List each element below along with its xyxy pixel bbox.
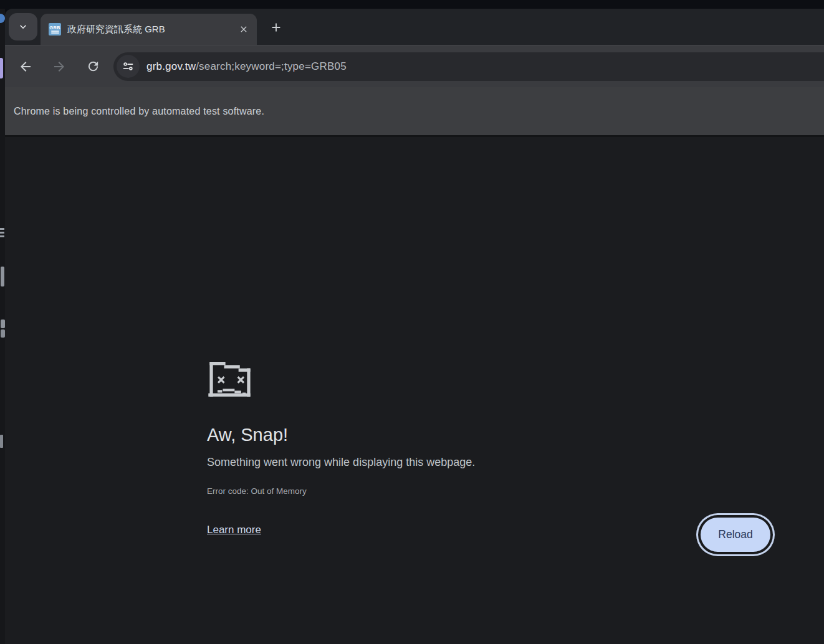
- learn-more-link[interactable]: Learn more: [207, 524, 261, 536]
- new-tab-button[interactable]: [266, 17, 287, 38]
- left-edge-artifact: [0, 228, 4, 239]
- close-icon: [239, 24, 249, 34]
- reload-icon: [86, 59, 100, 73]
- tune-icon: [122, 60, 135, 73]
- back-button[interactable]: [15, 56, 36, 77]
- tab-grb[interactable]: GRB 政府研究資訊系統 GRB: [41, 14, 257, 45]
- navigation-toolbar: grb.gov.tw/search;keyword=;type=GRB05: [5, 45, 824, 87]
- infobar-message: Chrome is being controlled by automated …: [14, 106, 264, 117]
- reload-button[interactable]: Reload: [701, 518, 770, 552]
- favicon-label: GRB: [49, 26, 60, 30]
- site-settings-button[interactable]: [117, 55, 140, 78]
- reload-nav-button[interactable]: [82, 56, 103, 77]
- page-content: Aw, Snap! Something went wrong while dis…: [5, 137, 824, 644]
- sad-folder-icon: [207, 362, 606, 400]
- tab-close-button[interactable]: [237, 22, 251, 36]
- tab-search-button[interactable]: [9, 13, 37, 40]
- url-text: grb.gov.tw/search;keyword=;type=GRB05: [146, 60, 347, 73]
- error-title: Aw, Snap!: [207, 425, 606, 445]
- left-edge-artifact: [1, 329, 5, 338]
- automation-infobar: Chrome is being controlled by automated …: [5, 87, 824, 137]
- error-message: Something went wrong while displaying th…: [207, 456, 606, 469]
- left-edge-artifact: [0, 435, 3, 448]
- address-bar[interactable]: grb.gov.tw/search;keyword=;type=GRB05: [113, 52, 824, 81]
- left-edge-artifact: [0, 58, 3, 78]
- tab-strip: GRB 政府研究資訊系統 GRB: [5, 9, 824, 45]
- grb-favicon-icon: GRB: [49, 23, 61, 36]
- forward-arrow-icon: [52, 59, 67, 74]
- error-block: Aw, Snap! Something went wrong while dis…: [207, 362, 606, 536]
- forward-button[interactable]: [49, 56, 70, 77]
- left-edge-artifact: [1, 320, 5, 328]
- url-domain: grb.gov.tw: [146, 60, 196, 72]
- error-code: Error code: Out of Memory: [207, 486, 606, 496]
- chevron-down-icon: [17, 21, 29, 33]
- left-edge-artifact: [1, 267, 4, 286]
- back-arrow-icon: [18, 59, 33, 74]
- tab-title: 政府研究資訊系統 GRB: [67, 24, 237, 36]
- url-path: /search;keyword=;type=GRB05: [196, 60, 347, 72]
- plus-icon: [269, 21, 283, 34]
- browser-window: GRB 政府研究資訊系統 GRB: [5, 9, 824, 644]
